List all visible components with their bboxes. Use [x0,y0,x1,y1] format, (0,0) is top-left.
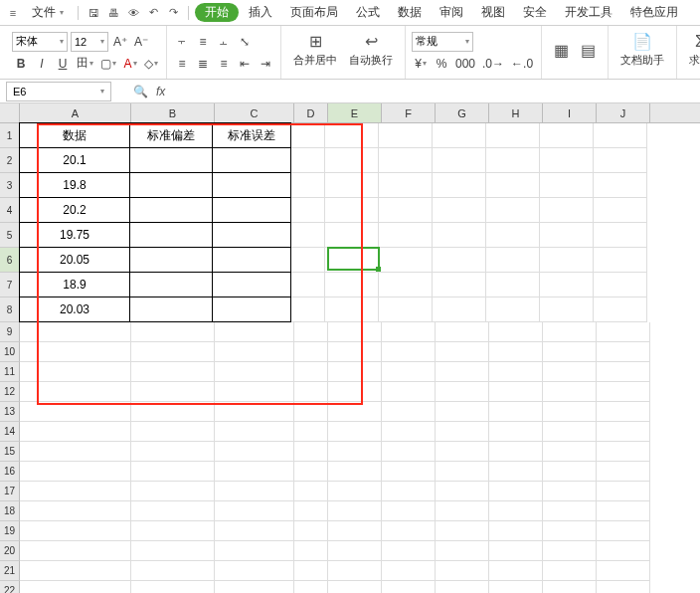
redo-icon[interactable]: ↷ [164,4,182,22]
cell-A19[interactable] [20,521,131,541]
row-header-14[interactable]: 14 [0,422,20,442]
cell-D10[interactable] [294,342,328,362]
cell-D8[interactable] [291,297,325,322]
cell-C6[interactable] [212,247,291,273]
highlight-icon[interactable]: ◇▾ [142,55,160,73]
col-header-F[interactable]: F [382,103,436,122]
cell-B14[interactable] [131,422,215,442]
cell-E22[interactable] [328,581,382,593]
cell-B18[interactable] [131,501,215,521]
cell-F16[interactable] [382,462,436,482]
cells-area[interactable]: 数据标准偏差标准误差20.119.820.219.7520.0518.920.0… [20,123,700,593]
cell-F15[interactable] [382,442,436,462]
cell-G7[interactable] [433,273,486,297]
align-center-icon[interactable]: ≣ [194,55,212,73]
border-icon[interactable]: 田▾ [75,55,95,73]
cell-B10[interactable] [131,342,215,362]
comma-icon[interactable]: 000 [453,55,477,73]
increase-font-icon[interactable]: A⁺ [111,33,129,51]
cell-F22[interactable] [382,581,436,593]
cell-H4[interactable] [486,198,540,223]
spreadsheet-grid[interactable]: ABCDEFGHIJ 12345678910111213141516171819… [0,103,700,593]
cell-F8[interactable] [379,297,433,322]
col-header-B[interactable]: B [131,103,215,122]
cell-B6[interactable] [129,247,213,273]
cell-I6[interactable] [540,248,594,273]
align-top-icon[interactable]: ⫟ [173,33,191,51]
cell-G15[interactable] [436,442,489,462]
cell-J8[interactable] [594,297,647,322]
cell-J12[interactable] [597,382,650,402]
cell-I21[interactable] [543,561,597,581]
tab-start[interactable]: 开始 [195,3,239,22]
cell-H7[interactable] [486,273,540,297]
cell-D20[interactable] [294,541,328,561]
cell-D16[interactable] [294,462,328,482]
cell-F10[interactable] [382,342,436,362]
cell-C22[interactable] [215,581,294,593]
cell-J3[interactable] [594,173,647,198]
cell-G1[interactable] [433,123,486,148]
cond-format-button[interactable]: ▦ [548,26,575,74]
cell-F21[interactable] [382,561,436,581]
col-header-H[interactable]: H [489,103,543,122]
cell-G2[interactable] [433,148,486,173]
cell-C1[interactable]: 标准误差 [212,122,291,148]
merge-center-button[interactable]: ⊞ 合并居中 [287,26,343,74]
cell-I19[interactable] [543,521,597,541]
cell-style-button[interactable]: ▤ [575,26,602,74]
cell-F5[interactable] [379,223,433,248]
cell-B15[interactable] [131,442,215,462]
cell-E21[interactable] [328,561,382,581]
cell-G9[interactable] [436,322,489,342]
cell-E9[interactable] [328,322,382,342]
cell-D17[interactable] [294,482,328,501]
row-header-7[interactable]: 7 [0,273,20,297]
cell-C5[interactable] [212,222,291,248]
cell-H12[interactable] [489,382,543,402]
file-menu[interactable]: 文件▾ [24,3,72,23]
cell-H16[interactable] [489,462,543,482]
cell-D21[interactable] [294,561,328,581]
row-header-2[interactable]: 2 [0,148,20,173]
cell-G19[interactable] [436,521,489,541]
cell-F2[interactable] [379,148,433,173]
number-format-select[interactable]: 常规▾ [412,32,473,52]
cell-E20[interactable] [328,541,382,561]
cell-A1[interactable]: 数据 [19,122,130,148]
row-header-3[interactable]: 3 [0,173,20,198]
cell-H9[interactable] [489,322,543,342]
indent-dec-icon[interactable]: ⇤ [236,55,254,73]
align-left-icon[interactable]: ≡ [173,55,191,73]
cell-E16[interactable] [328,462,382,482]
cell-J9[interactable] [597,322,650,342]
cell-A2[interactable]: 20.1 [19,147,130,173]
cell-H8[interactable] [486,297,540,322]
cell-D19[interactable] [294,521,328,541]
col-header-J[interactable]: J [597,103,650,122]
cell-J2[interactable] [594,148,647,173]
cell-F17[interactable] [382,482,436,501]
cell-E2[interactable] [325,148,379,173]
print-icon[interactable]: 🖶 [104,4,122,22]
cell-E8[interactable] [325,297,379,322]
cell-C2[interactable] [212,147,291,173]
cell-C17[interactable] [215,482,294,501]
cell-G14[interactable] [436,422,489,442]
cell-I7[interactable] [540,273,594,297]
undo-icon[interactable]: ↶ [144,4,162,22]
cell-B3[interactable] [129,172,213,198]
col-header-G[interactable]: G [436,103,489,122]
font-color-icon[interactable]: A▾ [121,55,139,73]
formula-input[interactable] [171,83,700,100]
cell-J6[interactable] [594,248,647,273]
cell-B9[interactable] [131,322,215,342]
cell-C18[interactable] [215,501,294,521]
row-header-17[interactable]: 17 [0,482,20,501]
cell-J4[interactable] [594,198,647,223]
cell-H15[interactable] [489,442,543,462]
cell-A8[interactable]: 20.03 [19,296,130,322]
cell-D7[interactable] [291,273,325,297]
percent-icon[interactable]: % [433,55,450,73]
cell-A16[interactable] [20,462,131,482]
